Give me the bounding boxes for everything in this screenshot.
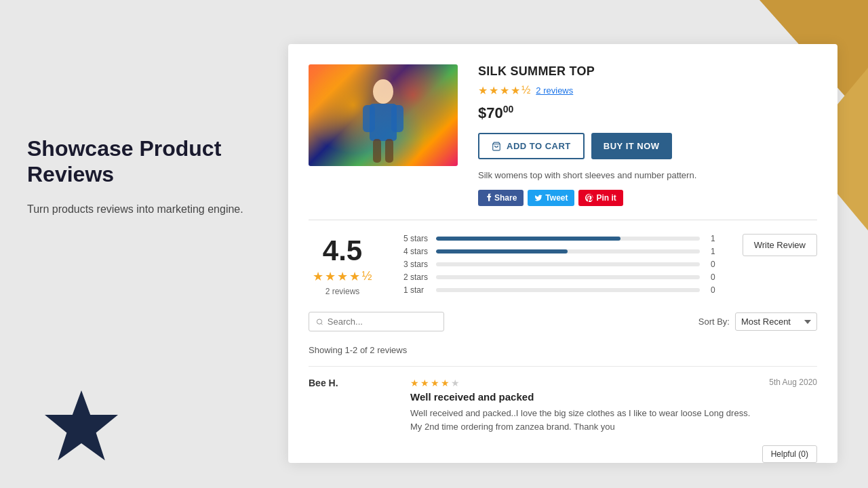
product-title: SILK SUMMER TOP: [478, 64, 817, 79]
review-star-1: ★: [410, 378, 419, 388]
left-panel: Showcase Product Reviews Turn products r…: [27, 136, 258, 218]
reviewer-name: Bee H.: [309, 378, 410, 388]
rating-row: ★ ★ ★ ★ ½ 2 reviews: [478, 84, 817, 97]
review-header: Bee H. ★ ★ ★ ★ ★ Well received and packe…: [309, 378, 817, 440]
bar-count-3: 0: [705, 260, 715, 269]
svg-rect-5: [373, 139, 381, 163]
reviews-link[interactable]: 2 reviews: [536, 85, 573, 96]
reviews-section: 4.5 ★ ★ ★ ★ ½ 2 reviews 5 stars 1: [288, 220, 837, 459]
review-star-2: ★: [420, 378, 429, 388]
overall-star-2: ★: [325, 269, 336, 284]
star-4-icon: ★: [511, 84, 520, 97]
cart-icon: [492, 142, 501, 151]
overall-rating-stars: ★ ★ ★ ★ ½: [309, 269, 376, 284]
product-description: Silk womens top with short sleeves and n…: [478, 170, 817, 180]
sort-row: Sort By: Most Recent Highest Rating Lowe…: [698, 312, 817, 331]
bar-label-2: 2 stars: [403, 272, 431, 282]
showcase-description: Turn products reviews into marketing eng…: [27, 201, 258, 218]
svg-marker-0: [45, 390, 118, 460]
overall-rating: 4.5 ★ ★ ★ ★ ½ 2 reviews: [309, 237, 376, 296]
overall-star-1: ★: [313, 269, 323, 284]
bar-fill-5: [436, 237, 620, 241]
showcase-heading: Showcase Product Reviews: [27, 136, 258, 188]
twitter-tweet-button[interactable]: Tweet: [528, 190, 574, 206]
rating-bar-row-3: 3 stars 0: [403, 260, 715, 269]
pinterest-icon: [585, 194, 593, 202]
bar-track-5: [436, 237, 700, 241]
sort-select[interactable]: Most Recent Highest Rating Lowest Rating: [735, 312, 817, 331]
overall-rating-number: 4.5: [309, 237, 376, 265]
social-buttons: Share Tweet Pin it: [478, 190, 817, 206]
add-to-cart-button[interactable]: ADD TO CART: [478, 133, 585, 159]
rating-bars: 5 stars 1 4 stars 1 3 stars: [403, 234, 715, 298]
button-row: ADD TO CART BUY IT NOW: [478, 133, 817, 159]
review-stars: ★ ★ ★ ★ ★: [410, 378, 755, 388]
facebook-icon: [485, 193, 492, 203]
bar-label-5: 5 stars: [403, 234, 431, 243]
bar-count-4: 1: [705, 247, 715, 256]
svg-point-8: [317, 319, 321, 324]
rating-bar-row-2: 2 stars 0: [403, 272, 715, 282]
star-half-icon: ½: [521, 84, 530, 97]
search-input[interactable]: [328, 317, 437, 327]
sort-label: Sort By:: [698, 317, 730, 327]
review-date: 5th Aug 2020: [769, 378, 817, 387]
pinterest-pin-button[interactable]: Pin it: [578, 190, 623, 206]
star-2-icon: ★: [489, 84, 498, 97]
bar-count-5: 1: [705, 234, 715, 243]
helpful-button[interactable]: Helpful (0): [762, 445, 817, 463]
review-star-5-empty: ★: [451, 378, 460, 388]
rating-bar-row-5: 5 stars 1: [403, 234, 715, 243]
product-image: [309, 64, 458, 166]
bar-count-2: 0: [705, 272, 715, 282]
review-item: Bee H. ★ ★ ★ ★ ★ Well received and packe…: [309, 366, 817, 440]
bar-label-4: 4 stars: [403, 247, 431, 256]
reviews-summary: 4.5 ★ ★ ★ ★ ½ 2 reviews 5 stars 1: [309, 234, 817, 298]
star-1-icon: ★: [478, 84, 488, 97]
svg-rect-4: [391, 105, 403, 132]
write-review-button[interactable]: Write Review: [743, 234, 817, 256]
bar-label-3: 3 stars: [403, 260, 431, 269]
bar-fill-4: [436, 249, 568, 253]
product-price: $7000: [478, 104, 817, 122]
bar-label-1: 1 star: [403, 285, 431, 295]
product-image-figure: [356, 78, 410, 166]
bar-track-3: [436, 262, 700, 266]
review-star-4: ★: [441, 378, 450, 388]
review-body: Well received and packed..I love the big…: [410, 407, 755, 433]
filter-row: Sort By: Most Recent Highest Rating Lowe…: [309, 312, 817, 338]
facebook-share-button[interactable]: Share: [478, 190, 524, 206]
overall-star-3: ★: [337, 269, 348, 284]
product-card: SILK SUMMER TOP ★ ★ ★ ★ ½ 2 reviews $700…: [288, 44, 837, 463]
twitter-icon: [534, 194, 542, 202]
buy-now-button[interactable]: BUY IT NOW: [591, 133, 672, 159]
showing-text: Showing 1-2 of 2 reviews: [309, 345, 817, 355]
star-3-icon: ★: [500, 84, 509, 97]
rating-bar-row-4: 4 stars 1: [403, 247, 715, 256]
bar-count-1: 0: [705, 285, 715, 295]
bar-track-1: [436, 288, 700, 292]
bar-track-2: [436, 275, 700, 279]
bg-star-decoration: [41, 386, 122, 468]
bar-track-4: [436, 249, 700, 253]
overall-star-half: ½: [361, 269, 372, 284]
search-icon: [316, 318, 323, 326]
overall-star-4: ★: [349, 269, 360, 284]
review-title: Well received and packed: [410, 391, 755, 403]
search-box[interactable]: [309, 312, 444, 331]
product-info: SILK SUMMER TOP ★ ★ ★ ★ ½ 2 reviews $700…: [478, 64, 817, 206]
svg-rect-3: [363, 105, 375, 132]
overall-review-count: 2 reviews: [309, 287, 376, 296]
svg-rect-6: [385, 139, 393, 163]
review-meta: ★ ★ ★ ★ ★ Well received and packed Well …: [410, 378, 755, 440]
svg-point-1: [373, 79, 393, 104]
rating-bar-row-1: 1 star 0: [403, 285, 715, 295]
product-stars: ★ ★ ★ ★ ½: [478, 84, 530, 97]
review-star-3: ★: [431, 378, 439, 388]
product-top-section: SILK SUMMER TOP ★ ★ ★ ★ ½ 2 reviews $700…: [288, 44, 837, 220]
